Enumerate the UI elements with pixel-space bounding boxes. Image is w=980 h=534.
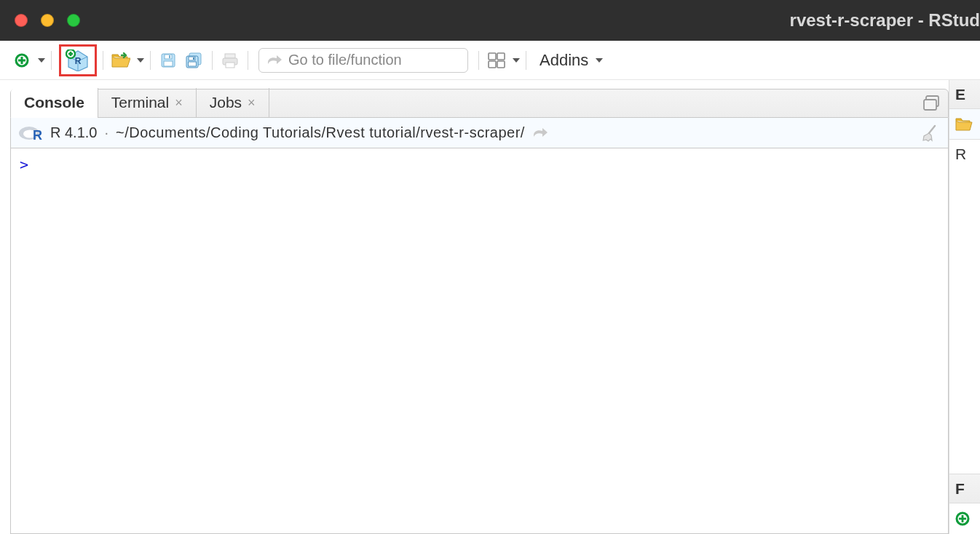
environment-initial: E xyxy=(955,86,965,103)
open-file-button[interactable] xyxy=(109,49,133,72)
svg-rect-18 xyxy=(226,63,234,68)
svg-rect-14 xyxy=(193,57,194,60)
new-file-dropdown-caret-icon[interactable] xyxy=(38,58,45,63)
environment-toolbar-stub xyxy=(949,109,980,140)
console-body[interactable]: > xyxy=(10,148,949,534)
goto-arrow-icon xyxy=(266,54,282,67)
toolbar-separator xyxy=(478,51,479,70)
svg-rect-21 xyxy=(489,61,496,68)
separator-dot: · xyxy=(104,124,108,141)
r-initial: R xyxy=(955,146,966,163)
console-tabbar: Console Terminal × Jobs × xyxy=(10,89,949,118)
files-initial: F xyxy=(955,480,965,498)
toolbar-separator xyxy=(51,51,52,70)
svg-line-28 xyxy=(929,126,935,133)
close-icon[interactable]: × xyxy=(248,95,256,111)
svg-rect-19 xyxy=(489,53,496,60)
svg-rect-22 xyxy=(497,61,505,68)
goto-working-dir-icon[interactable] xyxy=(532,127,548,140)
tab-terminal-label: Terminal xyxy=(111,94,169,111)
svg-rect-20 xyxy=(497,53,505,60)
toolbar-separator xyxy=(150,51,151,70)
window-title: rvest-r-scraper - RStud xyxy=(790,0,980,41)
addins-menu[interactable]: Addins xyxy=(540,51,603,70)
console-prompt: > xyxy=(20,156,28,173)
clear-console-broom-icon[interactable] xyxy=(920,124,939,143)
panes-button[interactable] xyxy=(485,49,508,72)
files-toolbar-stub xyxy=(949,503,980,534)
environment-tab-stub[interactable]: E xyxy=(949,80,980,109)
new-folder-plus-icon[interactable] xyxy=(955,511,970,526)
svg-text:R: R xyxy=(75,56,82,66)
working-directory-path[interactable]: ~/Documents/Coding Tutorials/Rvest tutor… xyxy=(116,124,525,141)
traffic-lights xyxy=(15,14,80,27)
pane-controls xyxy=(923,89,948,117)
save-button[interactable] xyxy=(157,49,180,72)
new-file-button[interactable] xyxy=(10,49,33,72)
tab-console[interactable]: Console xyxy=(11,88,98,117)
tab-jobs-label: Jobs xyxy=(210,94,242,111)
toolbar-separator xyxy=(248,51,248,70)
tab-console-label: Console xyxy=(24,94,84,111)
save-all-button[interactable] xyxy=(183,49,206,72)
svg-rect-10 xyxy=(164,61,173,66)
console-header: R R 4.1.0 · ~/Documents/Coding Tutorials… xyxy=(10,118,949,148)
goto-file-function-input[interactable]: Go to file/function xyxy=(258,48,468,73)
addins-label: Addins xyxy=(540,51,588,70)
toolbar-separator xyxy=(212,51,213,70)
svg-rect-31 xyxy=(959,518,966,520)
left-pane: Console Terminal × Jobs × R R 4.1.0 · ~ xyxy=(0,80,949,534)
open-file-dropdown-caret-icon[interactable] xyxy=(137,58,144,63)
svg-rect-15 xyxy=(189,62,197,66)
window-titlebar: rvest-r-scraper - RStud xyxy=(0,0,980,41)
tab-jobs[interactable]: Jobs × xyxy=(197,88,269,117)
folder-open-icon[interactable] xyxy=(955,117,973,132)
r-version-label: R 4.1.0 xyxy=(50,124,97,141)
svg-rect-6 xyxy=(68,52,73,55)
toolbar-separator xyxy=(526,51,526,70)
r-logo-icon: R xyxy=(18,124,43,142)
minimize-window-button[interactable] xyxy=(41,14,54,27)
svg-rect-8 xyxy=(165,55,172,59)
right-pane: E R F xyxy=(949,80,980,534)
print-button[interactable] xyxy=(218,49,242,72)
close-window-button[interactable] xyxy=(15,14,28,27)
maximize-window-button[interactable] xyxy=(67,14,80,27)
panes-dropdown-caret-icon[interactable] xyxy=(513,58,520,63)
maximize-pane-icon[interactable] xyxy=(923,95,941,111)
environment-body-stub: R xyxy=(949,140,980,474)
main-toolbar: R Go to file/functi xyxy=(0,41,980,80)
svg-rect-2 xyxy=(18,59,25,61)
addins-dropdown-caret-icon xyxy=(596,58,603,63)
close-icon[interactable]: × xyxy=(175,95,183,111)
svg-rect-16 xyxy=(225,54,235,58)
create-project-button-highlighted[interactable]: R xyxy=(59,44,97,76)
goto-placeholder: Go to file/function xyxy=(288,52,402,68)
workspace: Console Terminal × Jobs × R R 4.1.0 · ~ xyxy=(0,80,980,534)
toolbar-separator xyxy=(103,51,103,70)
svg-rect-24 xyxy=(924,100,936,110)
tab-terminal[interactable]: Terminal × xyxy=(98,88,197,117)
svg-text:R: R xyxy=(33,128,42,142)
svg-rect-9 xyxy=(169,55,170,58)
files-tab-stub[interactable]: F xyxy=(949,474,980,503)
